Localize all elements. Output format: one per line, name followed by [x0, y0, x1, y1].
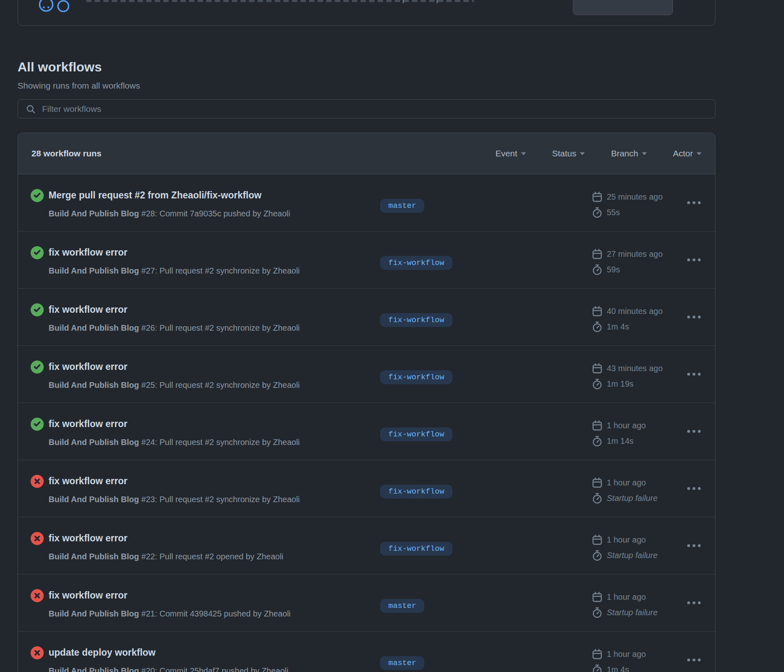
run-title-link[interactable]: fix workflow error	[49, 475, 127, 487]
workflow-run-row: fix workflow error Build And Publish Blo…	[18, 517, 715, 574]
kebab-menu-button[interactable]	[684, 540, 704, 551]
truncated-banner-text	[86, 0, 474, 2]
stopwatch-icon	[592, 378, 603, 389]
chevron-down-icon	[697, 152, 702, 155]
status-success-icon	[31, 303, 44, 316]
page-title: All workflows	[18, 59, 102, 75]
branch-badge[interactable]: fix-workflow	[380, 485, 452, 498]
run-title-link[interactable]: fix workflow error	[49, 532, 127, 544]
run-time: 27 minutes ago	[592, 249, 663, 260]
run-title-link[interactable]: fix workflow error	[49, 246, 127, 258]
kebab-menu-button[interactable]	[684, 654, 704, 665]
run-title-link[interactable]: fix workflow error	[49, 589, 127, 601]
workflow-name: Build And Publish Blog	[49, 266, 139, 275]
stopwatch-icon	[592, 664, 603, 672]
filter-workflows-input[interactable]	[41, 100, 704, 118]
search-icon	[26, 105, 36, 114]
branch-badge[interactable]: fix-workflow	[380, 427, 452, 441]
branch-badge[interactable]: fix-workflow	[380, 542, 452, 556]
kebab-menu-button[interactable]	[684, 369, 704, 379]
workflow-name: Build And Publish Blog	[49, 323, 139, 332]
success-check-icon	[31, 418, 44, 431]
chevron-down-icon	[521, 152, 526, 155]
run-duration-text: 1m 19s	[607, 379, 634, 389]
run-description: Build And Publish Blog #27: Pull request…	[49, 266, 300, 276]
calendar-icon	[592, 191, 603, 202]
run-time: 40 minutes ago	[592, 306, 663, 317]
filter-dropdown-event[interactable]: Event	[495, 149, 526, 158]
stopwatch-icon	[592, 493, 603, 504]
run-time: 25 minutes ago	[592, 191, 663, 202]
run-duration: 1m 19s	[592, 378, 634, 389]
branch-badge[interactable]: fix-workflow	[380, 313, 452, 327]
run-title-link[interactable]: fix workflow error	[49, 418, 127, 430]
run-duration-text: 1m 4s	[607, 322, 629, 332]
kebab-menu-button[interactable]	[684, 483, 704, 494]
branch-badge[interactable]: master	[380, 199, 424, 213]
run-detail: #24: Pull request #2 synchronize by Zhea…	[139, 438, 300, 447]
failure-x-icon	[31, 532, 44, 545]
run-title-link[interactable]: fix workflow error	[49, 303, 127, 316]
run-title-link[interactable]: update deploy workflow	[49, 646, 156, 659]
run-duration-text: 1m 14s	[607, 436, 634, 446]
branch-badge[interactable]: master	[380, 599, 424, 613]
run-detail: #27: Pull request #2 synchronize by Zhea…	[139, 266, 300, 275]
run-title-link[interactable]: Merge pull request #2 from Zheaoli/fix-w…	[49, 189, 261, 201]
stopwatch-icon	[592, 207, 603, 218]
run-duration-text: 59s	[607, 265, 620, 274]
run-duration: 55s	[592, 207, 620, 218]
success-check-icon	[31, 303, 44, 316]
run-time-text: 43 minutes ago	[607, 364, 663, 373]
kebab-menu-button[interactable]	[684, 426, 704, 436]
run-duration-text: Startup failure	[607, 494, 658, 503]
stopwatch-icon	[592, 321, 603, 332]
workflow-run-row: update deploy workflow Build And Publish…	[18, 631, 715, 672]
run-time-text: 1 hour ago	[607, 650, 646, 659]
chevron-down-icon	[642, 152, 647, 155]
branch-badge[interactable]: fix-workflow	[380, 370, 452, 384]
truncated-banner-text	[437, 0, 438, 3]
run-time: 1 hour ago	[592, 649, 646, 660]
run-duration: Startup failure	[592, 607, 658, 618]
run-description: Build And Publish Blog #28: Commit 7a903…	[49, 209, 290, 219]
filter-dropdown-branch[interactable]: Branch	[611, 149, 647, 158]
run-description: Build And Publish Blog #22: Pull request…	[49, 552, 283, 562]
filter-dropdown-actor[interactable]: Actor	[673, 149, 702, 158]
status-success-icon	[31, 189, 44, 202]
kebab-menu-button[interactable]	[684, 597, 704, 608]
branch-badge[interactable]: master	[380, 656, 424, 670]
run-title-link[interactable]: fix workflow error	[49, 360, 127, 373]
banner-action-button[interactable]	[573, 0, 673, 15]
branch-badge[interactable]: fix-workflow	[380, 256, 452, 270]
workflow-run-row: Merge pull request #2 from Zheaoli/fix-w…	[18, 174, 715, 231]
calendar-icon	[592, 363, 603, 374]
stopwatch-icon	[592, 607, 603, 618]
calendar-icon	[592, 592, 603, 603]
kebab-menu-button[interactable]	[684, 312, 704, 322]
actions-logo-icon	[36, 0, 70, 15]
status-failure-icon	[31, 646, 44, 659]
kebab-menu-button[interactable]	[684, 197, 704, 208]
run-time-text: 1 hour ago	[607, 421, 646, 430]
run-time-text: 40 minutes ago	[607, 307, 663, 316]
actions-page: All workflows Showing runs from all work…	[0, 0, 784, 672]
run-time-text: 25 minutes ago	[607, 192, 663, 202]
filter-dropdown-status[interactable]: Status	[552, 149, 585, 158]
run-description: Build And Publish Blog #21: Commit 43984…	[49, 609, 291, 619]
run-duration: 1m 4s	[592, 321, 629, 332]
run-detail: #20: Commit 25bdaf7 pushed by Zheaoli	[139, 666, 288, 672]
kebab-menu-button[interactable]	[684, 254, 704, 265]
calendar-icon	[592, 420, 603, 431]
run-duration: Startup failure	[592, 550, 658, 561]
success-check-icon	[31, 360, 44, 374]
calendar-icon	[592, 249, 603, 260]
calendar-icon	[592, 649, 603, 660]
filter-dropdown-label: Event	[495, 149, 517, 158]
run-time: 43 minutes ago	[592, 363, 663, 374]
run-description: Build And Publish Blog #25: Pull request…	[49, 380, 300, 390]
filter-dropdown-label: Status	[552, 149, 577, 158]
run-duration-text: Startup failure	[607, 551, 658, 560]
failure-x-icon	[31, 646, 44, 659]
run-description: Build And Publish Blog #23: Pull request…	[49, 494, 300, 505]
failure-x-icon	[31, 475, 44, 488]
